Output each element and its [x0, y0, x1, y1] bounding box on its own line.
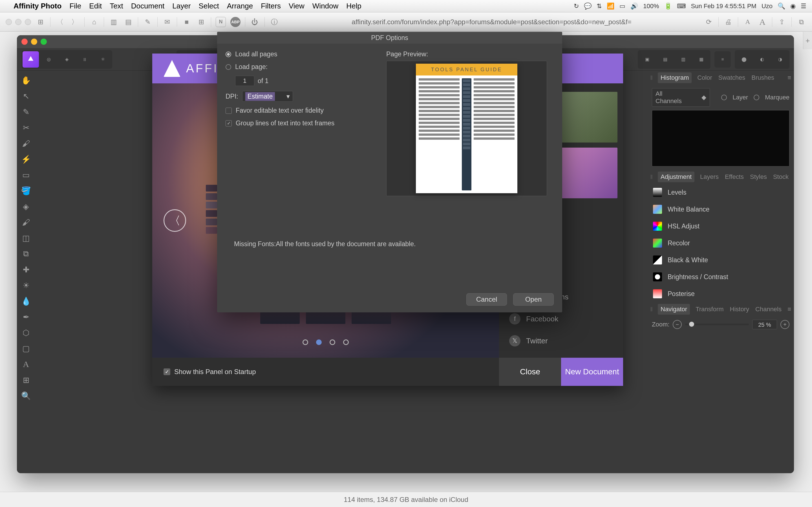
timemachine-icon[interactable]: ↻ [574, 3, 579, 10]
show-on-startup-checkbox[interactable]: ✓ Show this Panel on Startup [152, 368, 499, 376]
text-tool-icon[interactable]: A [18, 357, 33, 372]
stop-icon[interactable]: ■ [182, 17, 192, 27]
tab-color[interactable]: Color [697, 72, 713, 83]
tab-navigator[interactable]: Navigator [658, 304, 690, 315]
dot[interactable] [343, 339, 349, 345]
close-window-icon[interactable] [21, 39, 28, 45]
menu-select[interactable]: Select [199, 2, 219, 10]
chat-icon[interactable]: 💬 [584, 3, 592, 10]
pen-tool-icon[interactable]: ✒ [18, 309, 33, 324]
order-forward-icon[interactable]: ▤ [657, 51, 673, 68]
menu-arrange[interactable]: Arrange [227, 2, 253, 10]
hand-tool-icon[interactable]: ✋ [18, 73, 33, 88]
carousel-prev-button[interactable]: 〈 [163, 209, 186, 232]
new-document-button[interactable]: New Document [561, 358, 623, 386]
zoom-in-button[interactable]: + [780, 320, 790, 329]
thumb[interactable] [206, 202, 217, 209]
dot[interactable] [303, 339, 308, 345]
fontsize-small-icon[interactable]: A [743, 17, 753, 27]
gradient-tool-icon[interactable]: ◈ [18, 199, 33, 214]
siri-icon[interactable]: ◉ [790, 3, 796, 10]
tab-adjustment[interactable]: Adjustment [658, 172, 695, 182]
volume-icon[interactable]: 🔊 [630, 3, 638, 10]
battery-percent[interactable]: 100% [643, 3, 659, 10]
fontsize-large-icon[interactable]: A [757, 17, 767, 27]
load-page-radio[interactable]: Load page: [225, 63, 378, 71]
dodge-tool-icon[interactable]: ☀ [18, 278, 33, 293]
marquee-radio[interactable] [754, 95, 759, 100]
mesh-tool-icon[interactable]: ⊞ [18, 373, 33, 387]
tab-stock[interactable]: Stock [772, 172, 789, 182]
page-number-input[interactable] [235, 76, 254, 86]
adjustment-white-balance[interactable]: White Balance [647, 201, 794, 218]
social-twitter[interactable]: 𝕏Twitter [505, 332, 617, 349]
adjustment-hsl[interactable]: HSL Adjust [647, 218, 794, 235]
tab-history[interactable]: History [729, 304, 750, 315]
reload-icon[interactable]: ⟳ [704, 17, 714, 27]
mail-icon[interactable]: ✉ [162, 17, 172, 27]
menu-view[interactable]: View [289, 2, 305, 10]
crop-tool-icon[interactable]: ✂ [18, 120, 33, 135]
share-icon[interactable]: ⇪ [777, 17, 787, 27]
boolean-add-icon[interactable]: ⬤ [736, 51, 752, 68]
browser-traffic-lights[interactable] [6, 19, 31, 25]
zoom-window-icon[interactable] [41, 39, 47, 45]
tab-transform[interactable]: Transform [695, 304, 724, 315]
spotlight-icon[interactable]: 🔍 [777, 3, 785, 10]
new-tab-button[interactable]: + [803, 32, 812, 49]
open-button[interactable]: Open [513, 293, 554, 305]
battery-icon[interactable]: 🔋 [664, 3, 672, 10]
flood-fill-tool-icon[interactable]: 🪣 [18, 183, 33, 198]
grid-icon[interactable]: ⊞ [196, 17, 206, 27]
shape-tool-icon[interactable]: ▢ [18, 341, 33, 356]
back-icon[interactable]: 〈 [55, 17, 65, 27]
panel-icon[interactable]: ▥ [109, 17, 119, 27]
bluetooth-icon[interactable]: ⇅ [597, 3, 602, 10]
adjustment-posterise[interactable]: Posterise [647, 285, 794, 302]
input-icon[interactable]: ⌨ [677, 3, 686, 10]
load-all-pages-radio[interactable]: Load all pages [225, 50, 378, 58]
info-icon[interactable]: ⓘ [269, 17, 280, 27]
menu-document[interactable]: Document [131, 2, 165, 10]
selection-brush-tool-icon[interactable]: 🖌 [18, 136, 33, 151]
menu-help[interactable]: Help [346, 2, 361, 10]
forward-icon[interactable]: 〉 [70, 17, 80, 27]
menu-filters[interactable]: Filters [261, 2, 281, 10]
order-backward-icon[interactable]: ▥ [675, 51, 691, 68]
sidebar-toggle-icon[interactable]: ⊞ [36, 17, 46, 27]
healing-tool-icon[interactable]: ✚ [18, 262, 33, 277]
cancel-button[interactable]: Cancel [466, 293, 507, 305]
menu-window[interactable]: Window [312, 2, 338, 10]
menu-text[interactable]: Text [110, 2, 123, 10]
extension-abp-icon[interactable]: ABP [231, 17, 241, 27]
print-icon[interactable]: 🖨 [723, 17, 733, 27]
menu-layer[interactable]: Layer [172, 2, 191, 10]
adjustment-bw[interactable]: Black & White [647, 251, 794, 269]
tab-histogram[interactable]: Histogram [658, 72, 692, 83]
channels-select[interactable]: All Channels◆ [652, 88, 710, 107]
node-tool-icon[interactable]: ⬡ [18, 325, 33, 340]
tab-effects[interactable]: Effects [724, 172, 744, 182]
tab-styles[interactable]: Styles [749, 172, 767, 182]
menu-edit[interactable]: Edit [89, 2, 102, 10]
panel-grip-icon[interactable]: ⦀ [650, 173, 653, 180]
url-field[interactable]: affinity.serif.com/forum/index.php?app=f… [284, 18, 699, 26]
slider-thumb[interactable] [689, 322, 694, 327]
display-icon[interactable]: ▭ [619, 3, 625, 10]
tabs-icon[interactable]: ⧉ [796, 17, 806, 27]
zoom-input[interactable]: 25 % [752, 320, 777, 329]
panel-grip-icon[interactable]: ⦀ [650, 305, 653, 313]
minimize-window-icon[interactable] [31, 39, 37, 45]
clock[interactable]: Sun Feb 19 4:55:51 PM [691, 3, 756, 10]
thumb[interactable] [206, 219, 217, 225]
readinglist-icon[interactable]: ▤ [123, 17, 133, 27]
panel-menu-icon[interactable]: ≡ [788, 305, 791, 313]
adjustment-brightness-contrast[interactable]: Brightness / Contrast [647, 269, 794, 285]
panel-menu-icon[interactable]: ≡ [788, 74, 791, 81]
thumb[interactable] [206, 210, 217, 217]
window-traffic-lights[interactable] [21, 39, 47, 45]
color-picker-tool-icon[interactable]: ✎ [18, 105, 33, 119]
erase-tool-icon[interactable]: ◫ [18, 231, 33, 245]
dot[interactable] [329, 339, 335, 345]
welcome-close-button[interactable]: Close [499, 358, 561, 386]
